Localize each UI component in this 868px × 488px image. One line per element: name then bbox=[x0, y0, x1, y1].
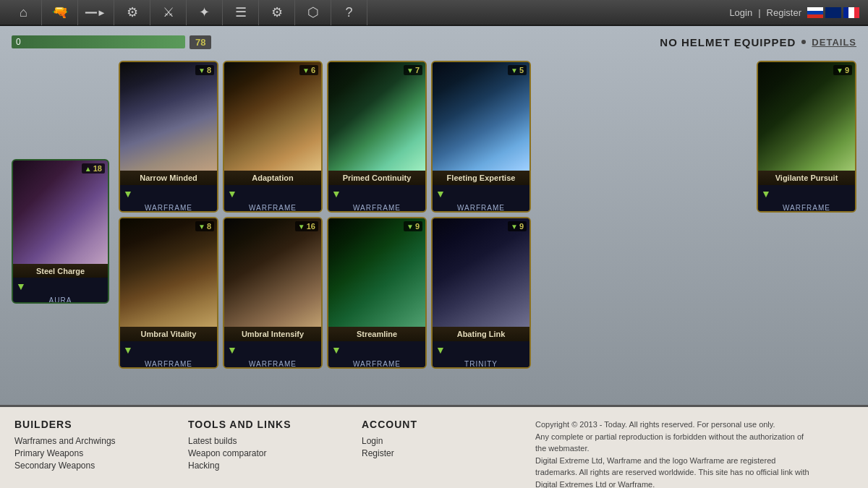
card-vigilante-pursuit[interactable]: ▼9 Vigilante Pursuit ▼ WARFRAME bbox=[757, 61, 856, 213]
umbral-intensify-name: Umbral Intensify bbox=[224, 327, 321, 341]
footer: BUILDERS Warframes and Archwings Primary… bbox=[0, 405, 868, 488]
nav-weapons-icon[interactable]: ⚙ bbox=[259, 0, 295, 25]
card-primed-continuity[interactable]: ▼7 Primed Continuity ▼ WARFRAME bbox=[327, 61, 427, 213]
abating-link-bottom: ▼ bbox=[433, 341, 529, 359]
nav-auth: Login | Register bbox=[729, 7, 801, 18]
card-umbral-vitality[interactable]: ▼8 Umbral Vitality ▼ WARFRAME bbox=[119, 217, 218, 369]
register-link[interactable]: Register bbox=[767, 7, 801, 18]
abating-link-type: TRINITY bbox=[433, 359, 529, 369]
streamline-type: WARFRAME bbox=[328, 359, 425, 369]
footer-builders: BUILDERS Warframes and Archwings Primary… bbox=[14, 419, 188, 476]
streamline-bottom: ▼ bbox=[328, 341, 425, 359]
vigilante-pursuit-type: WARFRAME bbox=[758, 202, 855, 213]
fleeting-expertise-bottom: ▼ bbox=[433, 185, 529, 202]
footer-tools: TOOLS AND LINKS Latest builds Weapon com… bbox=[188, 419, 362, 476]
nav-menu-icon[interactable]: ☰ bbox=[223, 0, 259, 25]
primed-continuity-rank: ▼7 bbox=[404, 65, 422, 75]
helmet-dot bbox=[801, 40, 806, 44]
card-narrow-minded[interactable]: ▼8 Narrow Minded ▼ WARFRAME bbox=[119, 61, 218, 213]
narrow-minded-type: WARFRAME bbox=[120, 202, 217, 213]
card-row-1: ▼8 Narrow Minded ▼ WARFRAME ▼6 Adaptatio… bbox=[119, 61, 751, 213]
adaptation-bottom: ▼ bbox=[224, 185, 321, 202]
footer-copyright: Copyright © 2013 - Today. All rights res… bbox=[535, 419, 854, 488]
details-link[interactable]: DETAILS bbox=[812, 37, 856, 48]
card-adaptation[interactable]: ▼6 Adaptation ▼ WARFRAME bbox=[223, 61, 323, 213]
adaptation-image: ▼6 bbox=[224, 62, 321, 171]
fleeting-expertise-image: ▼5 bbox=[433, 62, 529, 171]
umbral-intensify-type: WARFRAME bbox=[224, 359, 321, 369]
auth-separator: | bbox=[758, 7, 760, 18]
vigilante-pursuit-name: Vigilante Pursuit bbox=[758, 171, 855, 184]
flag-en[interactable] bbox=[825, 7, 841, 18]
primed-continuity-image: ▼7 bbox=[328, 62, 425, 171]
cards-area: ▲ 18 Steel Charge ▼ AURA bbox=[0, 58, 868, 405]
fleeting-expertise-type: WARFRAME bbox=[433, 202, 529, 213]
flag-fr[interactable] bbox=[843, 7, 859, 18]
footer-copyright-col: Copyright © 2013 - Today. All rights res… bbox=[535, 419, 854, 476]
footer-link-secondary[interactable]: Secondary Weapons bbox=[14, 461, 174, 471]
narrow-minded-name: Narrow Minded bbox=[120, 171, 217, 184]
nav-rifle-icon[interactable]: ━━► bbox=[78, 0, 114, 25]
primed-continuity-type: WARFRAME bbox=[328, 202, 425, 213]
narrow-minded-bottom: ▼ bbox=[120, 185, 217, 202]
flag-ru[interactable] bbox=[807, 7, 823, 18]
card-abating-link[interactable]: ▼9 Abating Link ▼ TRINITY bbox=[431, 217, 531, 369]
nav-melee-icon[interactable]: ⚔ bbox=[150, 0, 187, 25]
progress-end-value: 78 bbox=[190, 35, 211, 49]
umbral-vitality-name: Umbral Vitality bbox=[120, 327, 217, 341]
left-column: ▲ 18 Steel Charge ▼ AURA bbox=[12, 58, 113, 405]
progress-container: 0 78 bbox=[12, 35, 211, 49]
vigilante-pursuit-bottom: ▼ bbox=[758, 185, 855, 202]
footer-link-primary[interactable]: Primary Weapons bbox=[14, 448, 174, 458]
abating-link-image: ▼9 bbox=[433, 218, 529, 327]
vigilante-pursuit-image: ▼9 bbox=[758, 62, 855, 171]
umbral-vitality-type: WARFRAME bbox=[120, 359, 217, 369]
progress-bar bbox=[12, 35, 185, 48]
nav-pistol-icon[interactable]: 🔫 bbox=[42, 0, 78, 25]
nav-home-icon[interactable]: ⌂ bbox=[6, 0, 42, 25]
card-umbral-intensify[interactable]: ▼16 Umbral Intensify ▼ WARFRAME bbox=[223, 217, 323, 369]
main-area: 0 78 NO HELMET EQUIPPED DETAILS ▲ 18 Ste… bbox=[0, 26, 868, 405]
nav-hexagon-icon[interactable]: ⬡ bbox=[295, 0, 331, 25]
narrow-minded-image: ▼8 bbox=[120, 62, 217, 171]
card-row-2: ▼8 Umbral Vitality ▼ WARFRAME ▼16 Umbral… bbox=[119, 217, 751, 369]
adaptation-name: Adaptation bbox=[224, 171, 321, 184]
fleeting-expertise-name: Fleeting Expertise bbox=[433, 171, 529, 184]
right-column: ▼9 Vigilante Pursuit ▼ WARFRAME bbox=[757, 58, 856, 405]
progress-start-value: 0 bbox=[16, 37, 21, 47]
umbral-intensify-bottom: ▼ bbox=[224, 341, 321, 359]
primed-continuity-name: Primed Continuity bbox=[328, 171, 425, 184]
aura-card-image: ▲ 18 bbox=[13, 160, 108, 264]
grid-area: ▼8 Narrow Minded ▼ WARFRAME ▼6 Adaptatio… bbox=[119, 58, 751, 405]
footer-link-login[interactable]: Login bbox=[362, 436, 521, 446]
streamline-name: Streamline bbox=[328, 327, 425, 341]
nav-gun-icon[interactable]: ⚙ bbox=[114, 0, 150, 25]
narrow-minded-rank: ▼8 bbox=[195, 65, 214, 75]
footer-link-register[interactable]: Register bbox=[362, 448, 521, 458]
aura-card-type: AURA bbox=[13, 295, 108, 304]
footer-link-warframes[interactable]: Warframes and Archwings bbox=[14, 436, 174, 446]
card-streamline[interactable]: ▼9 Streamline ▼ WARFRAME bbox=[327, 217, 427, 369]
footer-link-hacking[interactable]: Hacking bbox=[188, 461, 347, 471]
umbral-vitality-image: ▼8 bbox=[120, 218, 217, 327]
umbral-vitality-bottom: ▼ bbox=[120, 341, 217, 359]
helmet-info: NO HELMET EQUIPPED DETAILS bbox=[660, 36, 856, 48]
aura-card-rank: ▲ 18 bbox=[82, 163, 105, 174]
fleeting-expertise-rank: ▼5 bbox=[508, 65, 527, 75]
streamline-rank: ▼9 bbox=[404, 221, 422, 231]
footer-builders-heading: BUILDERS bbox=[14, 419, 174, 430]
vigilante-pursuit-rank: ▼9 bbox=[833, 65, 852, 75]
nav-help-icon[interactable]: ? bbox=[331, 0, 367, 25]
aura-card[interactable]: ▲ 18 Steel Charge ▼ AURA bbox=[12, 159, 109, 304]
aura-card-name: Steel Charge bbox=[13, 264, 108, 278]
login-link[interactable]: Login bbox=[729, 7, 752, 18]
umbral-intensify-image: ▼16 bbox=[224, 218, 321, 327]
card-fleeting-expertise[interactable]: ▼5 Fleeting Expertise ▼ WARFRAME bbox=[431, 61, 531, 213]
primed-continuity-bottom: ▼ bbox=[328, 185, 425, 202]
nav-sentinel-icon[interactable]: ✦ bbox=[187, 0, 223, 25]
aura-wf-icon: ▼ bbox=[16, 281, 26, 292]
helmet-text: NO HELMET EQUIPPED bbox=[660, 36, 796, 48]
footer-link-weapon-comparator[interactable]: Weapon comparator bbox=[188, 448, 347, 458]
footer-link-latest-builds[interactable]: Latest builds bbox=[188, 436, 347, 446]
umbral-intensify-rank: ▼16 bbox=[295, 221, 318, 231]
